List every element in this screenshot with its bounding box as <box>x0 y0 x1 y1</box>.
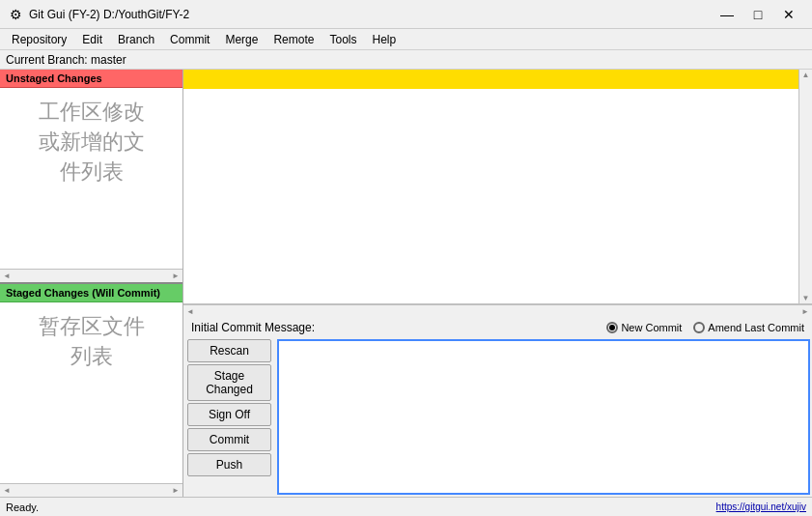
staged-header: Staged Changes (Will Commit) <box>0 284 182 302</box>
diff-highlight-bar <box>183 70 812 89</box>
amend-commit-radio[interactable] <box>693 322 705 333</box>
current-branch-label: Current Branch: master <box>6 53 126 67</box>
menu-bar: Repository Edit Branch Commit Merge Remo… <box>0 29 812 50</box>
title-bar-left: ⚙ Git Gui (FY-2) D:/YouthGit/FY-2 <box>8 7 189 22</box>
commit-message-box <box>275 337 812 497</box>
branch-bar: Current Branch: master <box>0 50 812 70</box>
new-commit-option[interactable]: New Commit <box>606 322 682 333</box>
commit-type-radio-group: New Commit Amend Last Commit <box>606 322 804 333</box>
window-title: Git Gui (FY-2) D:/YouthGit/FY-2 <box>29 8 189 21</box>
bottom-area: Initial Commit Message: New Commit Amend… <box>183 318 812 497</box>
right-panel: Initial Commit Message: New Commit Amend… <box>183 70 812 497</box>
commit-area-main: Rescan Stage Changed Sign Off Commit Pus… <box>183 337 812 497</box>
staged-content[interactable]: 暂存区文件列表 <box>0 302 182 483</box>
menu-edit[interactable]: Edit <box>74 31 110 48</box>
unstaged-hscroll[interactable] <box>0 269 182 282</box>
rescan-button[interactable]: Rescan <box>187 339 271 362</box>
title-bar: ⚙ Git Gui (FY-2) D:/YouthGit/FY-2 — □ ✕ <box>0 0 812 29</box>
left-panel: Unstaged Changes 工作区修改或新增的文件列表 Staged Ch… <box>0 70 183 497</box>
status-ready: Ready. <box>6 502 39 513</box>
staged-section: Staged Changes (Will Commit) 暂存区文件列表 <box>0 284 182 497</box>
new-commit-label: New Commit <box>621 322 682 333</box>
app-icon: ⚙ <box>8 7 23 22</box>
main-area: Unstaged Changes 工作区修改或新增的文件列表 Staged Ch… <box>0 70 812 497</box>
unstaged-placeholder: 工作区修改或新增的文件列表 <box>0 88 182 196</box>
unstaged-section: Unstaged Changes 工作区修改或新增的文件列表 <box>0 70 182 284</box>
menu-branch[interactable]: Branch <box>110 31 162 48</box>
diff-hscroll[interactable] <box>183 304 812 318</box>
status-bar: Ready. https://gitgui.net/xujiv <box>0 497 812 516</box>
menu-merge[interactable]: Merge <box>217 31 266 48</box>
staged-placeholder: 暂存区文件列表 <box>0 302 182 382</box>
sign-off-button[interactable]: Sign Off <box>187 403 271 426</box>
commit-message-label: Initial Commit Message: <box>191 321 315 334</box>
commit-button[interactable]: Commit <box>187 428 271 451</box>
staged-hscroll[interactable] <box>0 483 182 497</box>
amend-commit-option[interactable]: Amend Last Commit <box>693 322 804 333</box>
maximize-button[interactable]: □ <box>742 4 773 25</box>
menu-commit[interactable]: Commit <box>162 31 217 48</box>
action-buttons: Rescan Stage Changed Sign Off Commit Pus… <box>183 337 275 497</box>
diff-vscroll[interactable] <box>798 70 812 303</box>
window-controls: — □ ✕ <box>712 4 804 25</box>
menu-repository[interactable]: Repository <box>4 31 74 48</box>
new-commit-radio[interactable] <box>606 322 618 333</box>
menu-help[interactable]: Help <box>364 31 404 48</box>
close-button[interactable]: ✕ <box>773 4 804 25</box>
unstaged-header: Unstaged Changes <box>0 70 182 88</box>
menu-tools[interactable]: Tools <box>322 31 364 48</box>
unstaged-content[interactable]: 工作区修改或新增的文件列表 <box>0 88 182 269</box>
status-link[interactable]: https://gitgui.net/xujiv <box>716 502 806 512</box>
commit-textarea[interactable] <box>277 339 810 495</box>
menu-remote[interactable]: Remote <box>266 31 322 48</box>
diff-area[interactable] <box>183 70 812 304</box>
minimize-button[interactable]: — <box>712 4 742 25</box>
stage-changed-button[interactable]: Stage Changed <box>187 364 271 401</box>
commit-message-header: Initial Commit Message: New Commit Amend… <box>183 318 812 337</box>
amend-commit-label: Amend Last Commit <box>708 322 804 333</box>
push-button[interactable]: Push <box>187 453 271 476</box>
